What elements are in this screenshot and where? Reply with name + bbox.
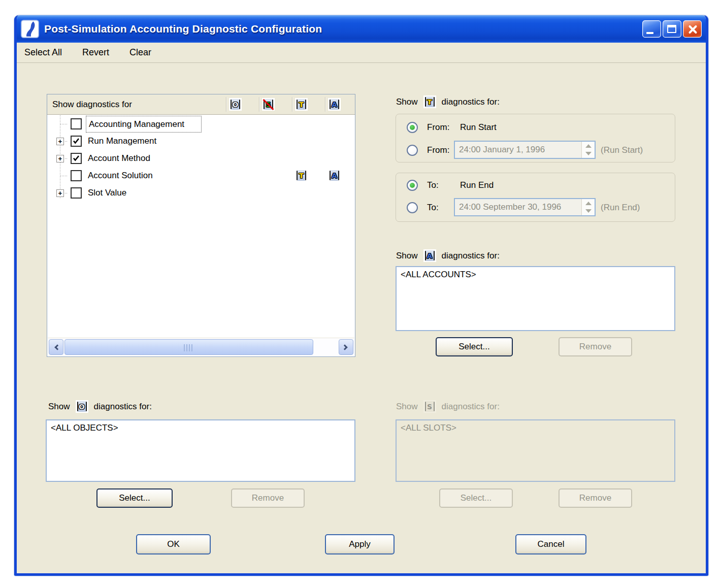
column-separator — [259, 97, 259, 112]
scroll-right-button[interactable] — [339, 339, 353, 355]
tree-row: Slot Value — [47, 184, 355, 202]
timestep-section-label: Show T diagnostics for: — [396, 95, 500, 108]
slots-section-label: Show S diagnostics for: — [396, 400, 500, 413]
radio-to-run-end[interactable] — [407, 180, 418, 191]
object-icon: O — [77, 401, 87, 412]
account-icon: A — [330, 99, 339, 110]
to-label: To: — [427, 180, 439, 190]
tree-connector-stub — [60, 176, 68, 176]
slot-icon: S — [423, 400, 436, 413]
radio-to-date[interactable] — [407, 202, 418, 213]
account-icon: A — [425, 250, 435, 261]
spin-up-icon — [582, 199, 595, 207]
tree-item-label[interactable]: Account Solution — [88, 167, 153, 184]
scrollbar-grip-icon — [184, 344, 194, 351]
from-group: From: Run Start From: 24:00 January 1, 1… — [396, 114, 675, 162]
object-icon-column-header: O — [229, 98, 242, 111]
object-icon: O — [231, 99, 240, 110]
from-date-spinbox: 24:00 January 1, 1996 — [454, 141, 596, 159]
diagnostics-tree: Show diagnostics for OSTA Accounting Man… — [47, 94, 355, 357]
objects-list-item[interactable]: <ALL OBJECTS> — [51, 423, 118, 433]
close-button[interactable] — [683, 20, 702, 38]
window-titlebar[interactable]: Post-Simulation Accounting Diagnostic Co… — [17, 15, 706, 43]
tree-item-label[interactable]: Run Management — [88, 133, 156, 149]
cancel-button[interactable]: Cancel — [515, 534, 586, 554]
to-date-spinner — [581, 199, 595, 215]
to-date-spinbox: 24:00 September 30, 1996 — [454, 198, 596, 216]
tree-row: Account SolutionTA — [47, 167, 355, 184]
menu-item-clear[interactable]: Clear — [129, 47, 151, 58]
tree-row: Accounting Management — [47, 115, 355, 133]
objects-remove-button: Remove — [231, 488, 305, 508]
slots-select-button: Select... — [439, 488, 513, 508]
tree-item-label[interactable]: Accounting Management — [86, 116, 202, 133]
timestep-icon-column-header: T — [295, 98, 308, 111]
riverware-app-icon — [21, 20, 39, 38]
timestep-icon: T — [297, 170, 306, 181]
tree-checkbox[interactable] — [71, 170, 82, 181]
account-icon-column-header: A — [328, 98, 341, 111]
tree-expander-plus-icon[interactable] — [56, 155, 64, 162]
to-date-value: 24:00 September 30, 1996 — [455, 199, 581, 215]
accounts-select-button[interactable]: Select... — [436, 337, 513, 356]
tree-checkbox[interactable] — [71, 118, 82, 129]
account-icon: A — [330, 170, 339, 181]
tree-expander-plus-icon[interactable] — [56, 138, 64, 145]
account-icon: A — [328, 169, 341, 182]
slot-icon: S — [264, 99, 273, 110]
horizontal-scrollbar[interactable] — [48, 338, 354, 356]
tree-checkbox[interactable] — [71, 153, 82, 164]
timestep-icon: T — [297, 99, 306, 110]
to-date-label: To: — [427, 203, 439, 213]
accounts-list[interactable]: <ALL ACCOUNTS> — [396, 266, 675, 331]
objects-section-label: Show O diagnostics for: — [48, 400, 152, 413]
menu-item-revert[interactable]: Revert — [82, 47, 109, 58]
slots-list-item: <ALL SLOTS> — [401, 423, 456, 433]
scrollbar-thumb[interactable] — [64, 339, 313, 355]
column-separator — [292, 97, 292, 112]
tree-checkbox[interactable] — [71, 136, 82, 147]
radio-from-date[interactable] — [407, 145, 418, 156]
accounts-remove-button: Remove — [559, 337, 632, 356]
object-icon: O — [76, 400, 88, 413]
to-date-suffix: (Run End) — [601, 203, 640, 213]
checkmark-icon — [72, 154, 80, 162]
apply-button[interactable]: Apply — [325, 534, 395, 554]
tree-item-label[interactable]: Slot Value — [88, 184, 126, 201]
minimize-button[interactable] — [642, 20, 661, 38]
accounts-list-item[interactable]: <ALL ACCOUNTS> — [401, 270, 476, 279]
from-date-suffix: (Run Start) — [601, 145, 643, 155]
spin-down-icon — [582, 150, 595, 158]
window-title: Post-Simulation Accounting Diagnostic Co… — [44, 23, 322, 35]
from-date-label: From: — [427, 145, 449, 155]
slots-remove-button: Remove — [559, 488, 632, 508]
from-date-value: 24:00 January 1, 1996 — [455, 142, 581, 158]
scroll-left-button[interactable] — [49, 339, 63, 355]
account-icon: A — [423, 249, 436, 262]
minimize-icon — [646, 32, 653, 34]
dialog-window: Post-Simulation Accounting Diagnostic Co… — [14, 15, 708, 576]
to-run-end-value: Run End — [460, 180, 494, 190]
objects-select-button[interactable]: Select... — [96, 488, 173, 508]
to-group: To: Run End To: 24:00 September 30, 1996… — [396, 173, 675, 222]
tree-item-label[interactable]: Account Method — [88, 150, 150, 167]
timestep-icon: T — [295, 169, 308, 182]
radio-from-run-start[interactable] — [407, 122, 418, 133]
from-run-start-value: Run Start — [460, 122, 497, 133]
tree-row: Account Method — [47, 150, 355, 167]
tree-checkbox[interactable] — [71, 187, 82, 199]
column-separator — [325, 97, 325, 112]
ok-button[interactable]: OK — [136, 534, 211, 554]
spin-down-icon — [582, 207, 595, 215]
maximize-button[interactable] — [663, 20, 681, 38]
menu-item-select-all[interactable]: Select All — [24, 47, 62, 58]
column-separator — [226, 97, 226, 112]
chevron-left-icon — [54, 344, 60, 350]
spin-up-icon — [582, 142, 595, 150]
tree-header-label: Show diagnostics for — [52, 94, 132, 114]
tree-header: Show diagnostics for OSTA — [47, 94, 355, 115]
tree-row: Run Management — [47, 133, 355, 150]
timestep-icon: T — [423, 95, 436, 108]
tree-expander-plus-icon[interactable] — [56, 189, 64, 197]
objects-list[interactable]: <ALL OBJECTS> — [46, 419, 355, 482]
